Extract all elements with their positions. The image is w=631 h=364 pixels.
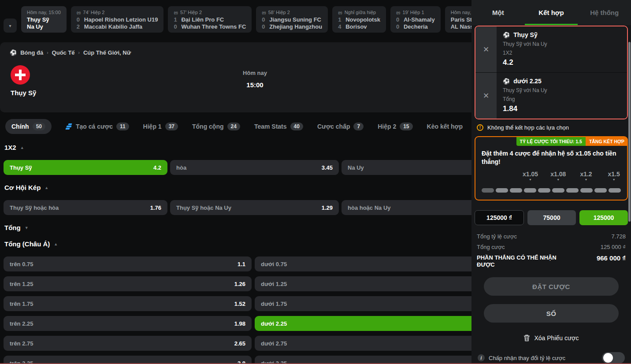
team-name: AL Nass xyxy=(451,23,474,30)
ticker-dropdown-button[interactable]: ▾ xyxy=(4,19,17,33)
odds-label: Thụy Sỹ xyxy=(10,164,32,171)
toggle-knob xyxy=(603,353,613,363)
promo-badges: TỶ LỆ CƯỢC TỐI THIỂU: 1.5 TĂNG KẾT HỢP xyxy=(516,137,628,146)
market-section-title[interactable]: Tổng (Châu Á)▲ xyxy=(4,240,510,248)
team-row: Na Uy xyxy=(27,23,61,30)
team-score: 0 xyxy=(262,23,265,30)
breadcrumb-item[interactable]: Cúp Thế Giới, Nữ xyxy=(83,49,131,56)
team-name: Wuhan Three Towns FC xyxy=(181,23,246,30)
tab-tổng-cộng[interactable]: Tổng cộng24 xyxy=(192,123,240,130)
tab-hiệp-1[interactable]: Hiệp 137 xyxy=(143,123,178,130)
odds-button[interactable]: trên 1.251.26 xyxy=(4,276,252,291)
match-status-text: 74’ Hiệp 2 xyxy=(83,10,104,15)
tab-count-badge: 24 xyxy=(227,123,240,130)
scrollbar-thumb[interactable] xyxy=(628,42,631,222)
odds-value: 1.29 xyxy=(322,204,333,211)
odds-button[interactable]: hòa3.45 xyxy=(170,160,339,175)
odds-button[interactable]: Thụy Sỹ hoặc Na Uy1.29 xyxy=(170,200,339,215)
market-section-title[interactable]: Tổng▼ xyxy=(4,224,510,231)
match-status: ((•))19’ Hiệp 1 xyxy=(396,10,435,15)
so-button[interactable]: SỐ xyxy=(484,304,619,323)
accept-odds-toggle[interactable] xyxy=(602,352,625,364)
summary-row: Tổng cược125 000 ₫ xyxy=(477,244,626,250)
quick-stake-button[interactable]: 125000 xyxy=(579,210,628,225)
multiplier-label: x1.5 xyxy=(608,171,620,178)
remove-selection-button[interactable]: ✕ xyxy=(475,26,497,72)
odds-button[interactable]: trên 2.251.98 xyxy=(4,316,252,331)
odds-button[interactable]: trên 0.751.1 xyxy=(4,256,252,271)
tab-cược-chấp[interactable]: Cược chấp7 xyxy=(317,123,364,130)
tab-count-badge: 7 xyxy=(353,123,364,130)
team-row: 1Novopolotsk xyxy=(338,16,380,23)
collapse-icon: ▲ xyxy=(20,145,24,150)
breadcrumb-item[interactable]: Quốc Tế xyxy=(52,49,75,56)
odds-label: dưới 0.75 xyxy=(261,261,287,267)
team-row: 2Maccabi Kabilio Jaffa xyxy=(77,23,158,30)
multiplier-step: x1.5▼ xyxy=(608,171,620,181)
tab-hiệp-2[interactable]: Hiệp 215 xyxy=(378,123,412,130)
quick-stake-button[interactable]: 75000 xyxy=(527,210,576,225)
odds-button[interactable]: trên 2.752.65 xyxy=(4,336,252,351)
bet-builder-bar xyxy=(68,123,72,125)
team-score: 1 xyxy=(174,16,177,23)
collapse-icon: ▲ xyxy=(54,242,58,246)
markets-list: 1X2▲Thụy Sỹ4.2hòa3.45Na UyCơ Hội Kép▲Thụ… xyxy=(0,144,510,364)
ticker-match-card[interactable]: Hôm nay, 15:00Thụy SỹNa Uy xyxy=(21,6,67,33)
tab-chính[interactable]: Chính50 xyxy=(5,119,52,134)
ticker-match-card[interactable]: ((•))57’ Hiệp 21Đại Liên Pro FC0Wuhan Th… xyxy=(168,6,252,33)
team-score: 0 xyxy=(262,16,265,23)
market-section-title[interactable]: 1X2▲ xyxy=(4,144,510,151)
ticker-match-card[interactable]: ((•))58’ Hiệp 20Jiangsu Suning FC0Zhejia… xyxy=(256,6,328,33)
chevron-down-icon: ▾ xyxy=(9,23,11,28)
tab-count-badge: 11 xyxy=(116,123,129,130)
odds-value: 1.76 xyxy=(150,204,161,211)
place-bet-button[interactable]: ĐẶT CƯỢC xyxy=(484,277,619,296)
boost-progress-bar xyxy=(482,188,621,193)
selection-title: ⚽dưới 2.25 xyxy=(503,78,547,85)
progress-segment xyxy=(496,188,508,193)
market-row: Thụy Sỹ hoặc hòa1.76Thụy Sỹ hoặc Na Uy1.… xyxy=(4,200,510,215)
selection-title: ⚽Thụy Sỹ xyxy=(503,31,547,38)
football-icon: ⚽ xyxy=(10,49,17,56)
football-icon: ⚽ xyxy=(503,32,510,38)
tab-label: Hiệp 2 xyxy=(378,123,396,130)
tab-count-badge: 50 xyxy=(33,123,45,130)
tab-kèo-kết-hợp[interactable]: Kèo kết hợp xyxy=(427,123,463,130)
tab-tạo-cá-cược[interactable]: Tạo cá cược11 xyxy=(66,123,129,130)
remove-selection-button[interactable]: ✕ xyxy=(475,73,497,119)
ticker-match-card[interactable]: ((•))19’ Hiệp 10Al-Shamaly0Decheria xyxy=(390,6,441,33)
live-icon: ((•)) xyxy=(77,11,80,15)
market-section-title[interactable]: Cơ Hội Kép▲ xyxy=(4,184,510,191)
expand-icon: ▼ xyxy=(25,226,29,230)
bet-slip-tab-hệ-thống[interactable]: Hệ thống xyxy=(578,0,631,25)
summary-value: 7.728 xyxy=(611,233,626,240)
team-name: Maccabi Kabilio Jaffa xyxy=(84,23,142,30)
clear-slip-button[interactable]: Xóa Phiếu cược xyxy=(471,334,631,342)
collapse-icon: ▲ xyxy=(45,186,48,190)
info-icon: i xyxy=(478,354,485,361)
odds-button[interactable]: Thụy Sỹ4.2 xyxy=(4,160,167,175)
selection-match: Thụy Sỹ với Na Uy xyxy=(503,87,547,93)
bet-slip-tab-kết-hợp[interactable]: Kết hợp xyxy=(525,0,578,25)
market-row: trên 0.751.1dưới 0.75 xyxy=(4,256,510,271)
odds-button[interactable]: Thụy Sỹ hoặc hòa1.76 xyxy=(4,200,167,215)
match-status-text: 58’ Hiệp 2 xyxy=(268,10,290,15)
clear-slip-label: Xóa Phiếu cược xyxy=(534,334,579,342)
odds-value: 4.2 xyxy=(153,164,161,171)
selection-odds: 4.2 xyxy=(503,58,547,67)
bet-summary: Tổng tỷ lệ cược7.728Tổng cược125 000 ₫PH… xyxy=(477,233,626,268)
breadcrumb-item[interactable]: Bóng đá xyxy=(20,49,43,56)
odds-button[interactable]: trên 1.751.52 xyxy=(4,296,252,311)
bet-slip-tab-một[interactable]: Một xyxy=(471,0,525,25)
stake-amount-input[interactable]: 125000 ₫ xyxy=(475,210,524,225)
ticker-match-card[interactable]: ((•))74’ Hiệp 20Hapoel Rishon Letzion U1… xyxy=(71,6,164,33)
summary-label: Tổng cược xyxy=(477,244,505,250)
betting-app: ▾Hôm nay, 15:00Thụy SỹNa Uy((•))74’ Hiệp… xyxy=(0,0,631,364)
combo-boost-badge: TĂNG KẾT HỢP xyxy=(586,137,628,146)
ticker-match-card[interactable]: ((•))Nghỉ giữa hiệp1Novopolotsk4Borisov xyxy=(332,6,386,33)
live-icon: ((•)) xyxy=(174,11,177,15)
team-name: Paris St. xyxy=(451,16,474,23)
tab-team-stats[interactable]: Team Stats40 xyxy=(254,123,303,130)
tab-label: Tổng cộng xyxy=(192,123,224,130)
team-score: 0 xyxy=(174,23,177,30)
